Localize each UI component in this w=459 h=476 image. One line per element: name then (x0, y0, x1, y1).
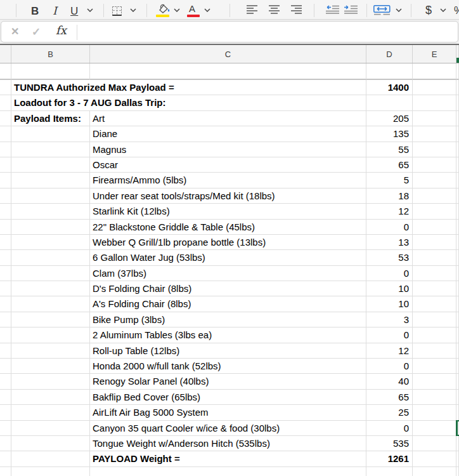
cell-F-row23[interactable] (456, 405, 459, 420)
cell-E-row3[interactable] (413, 95, 456, 110)
column-header-b[interactable]: B (11, 45, 90, 63)
cell-B-row17[interactable] (11, 312, 90, 327)
column-header-e[interactable]: E (413, 45, 456, 63)
cell-D-row11[interactable]: 0 (366, 220, 413, 235)
fill-color-dropdown-chevron-icon[interactable] (174, 8, 180, 12)
cell-F-row8[interactable] (456, 173, 459, 188)
borders-icon[interactable] (112, 6, 122, 16)
cell-D-row6[interactable]: 55 (366, 142, 413, 157)
currency-format-button[interactable]: $ (425, 5, 432, 16)
cell-E-row12[interactable] (413, 235, 456, 250)
column-header-d[interactable]: D (366, 45, 413, 63)
cell-A-row16[interactable] (0, 296, 11, 312)
cell-D-row10[interactable]: 12 (366, 204, 413, 219)
cell-C-row15[interactable]: D's Folding Chair (8lbs) (90, 281, 366, 296)
cell-C-row24[interactable]: Canyon 35 quart Cooler w/ice & food (30l… (90, 421, 366, 436)
cell-A-row5[interactable] (0, 126, 11, 142)
cell-C-row20[interactable]: Honda 2000 w/full tank (52lbs) (90, 359, 366, 374)
cell-A-row10[interactable] (0, 204, 11, 219)
cell-E-row13[interactable] (413, 250, 456, 265)
cell-E-row27[interactable] (413, 467, 456, 476)
cell-B-row10[interactable] (11, 204, 90, 219)
column-header-a[interactable] (0, 45, 11, 63)
cell-D-row8[interactable]: 5 (366, 173, 413, 188)
cell-E-row19[interactable] (413, 343, 456, 359)
cell-C-row12[interactable]: Webber Q Grill/1lb propane bottle (13lbs… (90, 235, 366, 250)
cell-D-row9[interactable]: 18 (366, 188, 413, 204)
cell-C-row6[interactable]: Magnus (90, 142, 366, 157)
cell-C-row13[interactable]: 6 Gallon Water Jug (53lbs) (90, 250, 366, 265)
cell-D-row26[interactable]: 1261 (366, 451, 413, 466)
cell-A-row27[interactable] (0, 467, 11, 476)
font-color-dropdown-chevron-icon[interactable] (204, 8, 210, 12)
cell-A-row8[interactable] (0, 173, 11, 188)
cell-B-row14[interactable] (11, 266, 90, 281)
bold-button[interactable]: B (31, 6, 39, 17)
cell-D-row2[interactable]: 1400 (366, 80, 413, 95)
cell-C-row10[interactable]: Starlink Kit (12lbs) (90, 204, 366, 219)
column-header-c[interactable]: C (90, 45, 366, 63)
cell-E-row23[interactable] (413, 405, 456, 420)
italic-button[interactable]: I (53, 6, 57, 17)
cell-F-row1[interactable] (456, 63, 459, 80)
cell-E-row5[interactable] (413, 126, 456, 142)
cell-B-row1[interactable] (11, 63, 90, 80)
cell-E-row14[interactable] (413, 266, 456, 281)
cell-F-row21[interactable] (456, 374, 459, 389)
cell-C-row1[interactable] (90, 63, 366, 80)
cell-A-row1[interactable] (0, 63, 11, 80)
cell-F-row25[interactable] (456, 436, 459, 451)
cell-F-row26[interactable] (456, 451, 459, 466)
cell-D-row20[interactable]: 0 (366, 359, 413, 374)
cell-D-row15[interactable]: 10 (366, 281, 413, 296)
cell-D-row7[interactable]: 65 (366, 157, 413, 173)
cell-D-row24[interactable]: 0 (366, 421, 413, 436)
insert-function-icon[interactable]: fx (56, 23, 67, 37)
cell-D-row12[interactable]: 13 (366, 235, 413, 250)
cell-C-row4[interactable]: Art (90, 111, 366, 126)
cell-D-row3[interactable] (366, 95, 413, 110)
formula-input[interactable] (81, 23, 454, 41)
cell-C-row25[interactable]: Tongue Weight w/Anderson Hitch (535lbs) (90, 436, 366, 451)
cell-C-row27[interactable] (90, 467, 366, 476)
cell-B-row22[interactable] (11, 390, 90, 405)
cell-C-row16[interactable]: A's Folding Chair (8lbs) (90, 296, 366, 312)
cell-E-row26[interactable] (413, 451, 456, 466)
cell-D-row22[interactable]: 65 (366, 390, 413, 405)
cell-A-row2[interactable] (0, 80, 11, 95)
cancel-entry-icon[interactable]: ✕ (11, 25, 19, 37)
cell-A-row19[interactable] (0, 343, 11, 359)
cell-D-row17[interactable]: 3 (366, 312, 413, 327)
cell-B-row7[interactable] (11, 157, 90, 173)
underline-dropdown-chevron-icon[interactable] (87, 8, 93, 12)
cell-A-row12[interactable] (0, 235, 11, 250)
cell-C-row5[interactable]: Diane (90, 126, 366, 142)
decrease-indent-icon[interactable] (326, 5, 340, 14)
cell-F-row6[interactable] (456, 142, 459, 157)
cell-B-row3[interactable]: Loadout for 3 - 7 AUG Dallas Trip: (11, 95, 366, 110)
cell-A-row20[interactable] (0, 359, 11, 374)
cell-D-row27[interactable] (366, 467, 413, 476)
cell-E-row18[interactable] (413, 327, 456, 343)
cell-E-row11[interactable] (413, 220, 456, 235)
currency-dropdown-chevron-icon[interactable] (440, 8, 446, 12)
cell-C-row21[interactable]: Renogy Solar Panel (40lbs) (90, 374, 366, 389)
cell-B-row16[interactable] (11, 296, 90, 312)
cell-A-row4[interactable] (0, 111, 11, 126)
cell-C-row23[interactable]: AirLift Air Bag 5000 System (90, 405, 366, 420)
cell-E-row4[interactable] (413, 111, 456, 126)
cell-B-row20[interactable] (11, 359, 90, 374)
cell-C-row9[interactable]: Under rear seat tools/straps/Med kit (18… (90, 188, 366, 204)
merge-dropdown-chevron-icon[interactable] (396, 8, 402, 12)
cell-E-row6[interactable] (413, 142, 456, 157)
align-right-icon[interactable] (291, 5, 302, 14)
percent-format-button[interactable]: % (454, 5, 459, 16)
cell-D-row14[interactable]: 0 (366, 266, 413, 281)
cell-B-row25[interactable] (11, 436, 90, 451)
cell-C-row11[interactable]: 22" Blackstone Griddle & Table (45lbs) (90, 220, 366, 235)
cell-E-row7[interactable] (413, 157, 456, 173)
cell-C-row26[interactable]: PAYLOAD Weight = (90, 451, 366, 466)
confirm-entry-icon[interactable]: ✓ (32, 25, 41, 39)
cell-F-row3[interactable] (456, 95, 459, 110)
cell-E-row24[interactable] (413, 421, 456, 436)
